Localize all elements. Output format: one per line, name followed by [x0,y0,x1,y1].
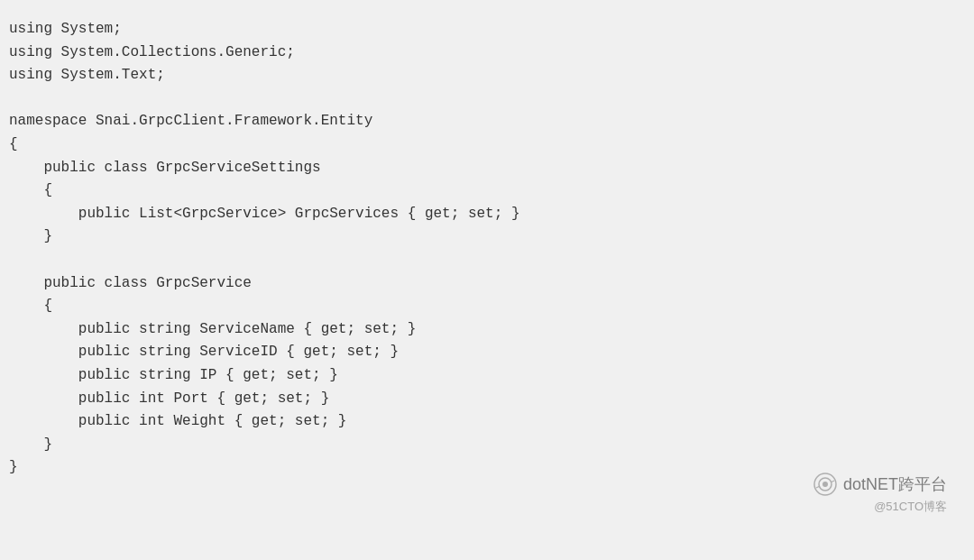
code-line: public class GrpcServiceSettings [9,157,965,180]
code-line: public class GrpcService [9,272,965,296]
code-line [9,249,965,272]
watermark-brand: dotNET跨平台 [843,473,947,495]
code-line: } [9,434,965,457]
code-block: using System;using System.Collections.Ge… [9,18,965,480]
code-line: public string ServiceID { get; set; } [9,341,965,364]
code-line: public List<GrpcService> GrpcServices { … [9,203,965,226]
code-line: { [9,295,965,318]
code-line: { [9,179,965,203]
code-line: namespace Snai.GrpcClient.Framework.Enti… [9,110,965,133]
code-line: public int Weight { get; set; } [9,410,965,434]
watermark-icon [813,472,838,497]
code-line: public string IP { get; set; } [9,364,965,388]
code-container: using System;using System.Collections.Ge… [0,0,974,560]
code-line: { [9,133,965,157]
code-line: } [9,225,965,249]
code-line: public int Port { get; set; } [9,388,965,411]
code-line: public string ServiceName { get; set; } [9,318,965,342]
code-line: using System.Collections.Generic; [9,41,965,65]
watermark: dotNET跨平台 @51CTO博客 [813,472,947,515]
svg-point-2 [822,482,828,487]
code-line: using System; [9,18,965,41]
watermark-logo: dotNET跨平台 [813,472,947,497]
watermark-blog: @51CTO博客 [874,499,947,515]
code-line: using System.Text; [9,64,965,87]
code-line [9,87,965,111]
